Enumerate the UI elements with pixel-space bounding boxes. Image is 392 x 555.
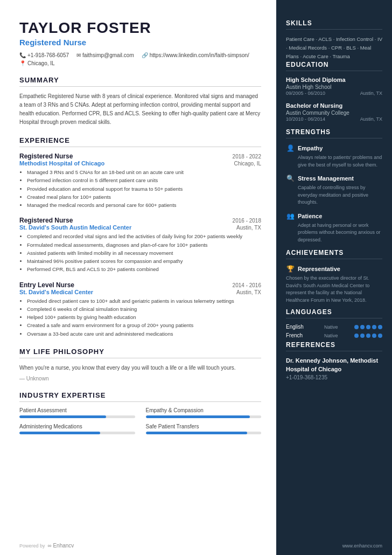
lang-dots-2 xyxy=(354,334,382,338)
bar-track-2 xyxy=(146,415,262,418)
bar-track-4 xyxy=(146,432,262,434)
bullet: Assisted patients with limited mobility … xyxy=(27,249,261,257)
bullet: Completed 6 weeks of clinical simulation… xyxy=(27,306,261,313)
experience-entry-1: Registered Nurse 2018 - 2022 Methodist H… xyxy=(19,152,261,209)
strength-desc-3: Adept at having personal or work problem… xyxy=(286,222,382,244)
expertise-label-1: Patient Assessment xyxy=(19,407,135,413)
achievements-title: ACHIEVEMENTS xyxy=(286,249,382,259)
ref-name-1: Dr. Kennedy Johnson, Methodist Hospital … xyxy=(286,357,382,373)
expertise-label-3: Administering Medications xyxy=(19,424,135,429)
exp-location-2: Austin, TX xyxy=(236,225,261,231)
achievement-desc-1: Chosen by the executive director of St. … xyxy=(286,275,382,304)
phone-icon: 📞 xyxy=(19,52,26,58)
dot xyxy=(372,325,376,329)
expertise-item-1: Patient Assessment xyxy=(19,407,135,418)
philosophy-title: MY LIFE PHILOSOPHY xyxy=(19,348,261,358)
bar-fill-2 xyxy=(146,415,250,418)
exp-role-3: Entry Level Nurse xyxy=(19,281,74,289)
contact-row: 📞 +1-918-768-6057 ✉ faithsimp@gmail.com … xyxy=(19,52,261,66)
strength-entry-2: 🔍 Stress Management Capable of controlli… xyxy=(286,174,382,206)
bullet: Performed infection control in 5 differe… xyxy=(27,177,261,184)
exp-role-2: Registered Nurse xyxy=(19,217,73,224)
philosophy-author: — Unknown xyxy=(19,376,261,381)
exp-role-1: Registered Nurse xyxy=(19,152,73,160)
bullet: Created meal plans for 100+ patients xyxy=(27,193,261,201)
philosophy-text: When you're a nurse, you know that every… xyxy=(19,364,261,372)
strength-name-3: Patience xyxy=(298,213,322,219)
resume-header: TAYLOR FOSTER Registered Nurse 📞 +1-918-… xyxy=(19,19,261,66)
footer-website: www.enhancv.com xyxy=(342,543,382,549)
summary-title: SUMMARY xyxy=(19,76,261,87)
experience-section: EXPERIENCE Registered Nurse 2018 - 2022 … xyxy=(19,136,261,338)
edu-degree-2: Bachelor of Nursing xyxy=(286,102,382,109)
expertise-item-3: Administering Medications xyxy=(19,424,135,434)
expertise-label-2: Empathy & Compassion xyxy=(146,407,262,413)
bar-track-1 xyxy=(19,415,135,418)
dot xyxy=(354,334,359,338)
dot xyxy=(372,334,376,338)
summary-section: SUMMARY Empathetic Registered Nurse with… xyxy=(19,76,261,127)
exp-company-2: St. David's South Austin Medical Center xyxy=(19,224,131,231)
edu-date-range-2: 10/2010 - 06/2014 xyxy=(286,116,325,122)
achievement-icon: 🏆 xyxy=(286,265,295,273)
experience-entry-3: Entry Level Nurse 2014 - 2016 St. David'… xyxy=(19,281,261,338)
exp-bullets-2: Completed and recorded vital signs and l… xyxy=(19,233,261,273)
edu-degree-1: High School Diploma xyxy=(286,77,382,83)
exp-location-3: Austin, TX xyxy=(236,289,261,295)
footer-left: Powered by ∞ Enhancv xyxy=(19,543,74,549)
bullet: Managed 3 RNs and 5 CNAs for an 18-bed u… xyxy=(27,169,261,176)
experience-entry-2: Registered Nurse 2016 - 2018 St. David's… xyxy=(19,217,261,273)
strength-desc-2: Capable of controlling stress by everyda… xyxy=(286,184,382,206)
exp-dates-3: 2014 - 2016 xyxy=(233,282,261,288)
philosophy-section: MY LIFE PHILOSOPHY When you're a nurse, … xyxy=(19,348,261,381)
expertise-item-4: Safe Patient Transfers xyxy=(146,424,262,434)
dot xyxy=(366,334,370,338)
exp-dates-1: 2018 - 2022 xyxy=(233,154,261,159)
strength-name-2: Stress Management xyxy=(298,175,354,182)
edu-location-1: Austin, TX xyxy=(360,91,382,96)
bullet: Managed the medical records and personal… xyxy=(27,202,261,209)
skills-text: Patient Care · ACLS · Infection Control … xyxy=(286,35,382,61)
dot xyxy=(354,325,359,329)
expertise-section: INDUSTRY EXPERTISE Patient Assessment Em… xyxy=(19,391,261,434)
dot xyxy=(378,334,382,338)
edu-location-2: Austin, TX xyxy=(360,116,382,122)
dot xyxy=(366,325,370,329)
lang-row-1: English Native xyxy=(286,324,382,330)
enhancv-logo: ∞ Enhancv xyxy=(48,543,74,549)
education-section: EDUCATION High School Diploma Austin Hig… xyxy=(286,61,382,122)
skills-title: SKILLS xyxy=(286,19,382,30)
edu-date-range-1: 09/2005 - 06/2010 xyxy=(286,91,325,96)
dot xyxy=(378,325,382,329)
email-icon: ✉ xyxy=(76,52,81,58)
languages-section: LANGUAGES English Native French Native xyxy=(286,308,382,338)
lang-dots-1 xyxy=(354,325,382,329)
contact-email: ✉ faithsimp@gmail.com xyxy=(76,52,134,58)
contact-location: 📍 Chicago, IL xyxy=(19,60,55,66)
strength-desc-1: Always relate to patients' problems and … xyxy=(286,154,382,169)
edu-school-2: Austin Community College xyxy=(286,110,382,116)
candidate-title: Registered Nurse xyxy=(19,38,261,47)
patience-icon: 👥 xyxy=(286,212,295,220)
lang-name-2: French xyxy=(286,332,316,338)
exp-company-3: St. David's Medical Center xyxy=(19,289,93,295)
bullet: Provided education and emotional support… xyxy=(27,185,261,193)
exp-company-1: Methodist Hospital of Chicago xyxy=(19,160,104,166)
lang-name-1: English xyxy=(286,324,316,330)
bar-fill-4 xyxy=(146,432,248,434)
exp-bullets-1: Managed 3 RNs and 5 CNAs for an 18-bed u… xyxy=(19,169,261,209)
dot xyxy=(360,334,365,338)
ref-phone-1: +1-019-368-1235 xyxy=(286,374,382,380)
bullet: Helped 100+ patients by giving health ed… xyxy=(27,314,261,321)
contact-phone: 📞 +1-918-768-6057 xyxy=(19,52,69,58)
references-section: REFERENCES Dr. Kennedy Johnson, Methodis… xyxy=(286,341,382,380)
footer: Powered by ∞ Enhancv www.enhancv.com xyxy=(19,543,382,549)
edu-dates-1: 09/2005 - 06/2010 Austin, TX xyxy=(286,91,382,96)
bar-track-3 xyxy=(19,432,135,434)
education-title: EDUCATION xyxy=(286,61,382,71)
exp-bullets-3: Provided direct patient care to 100+ adu… xyxy=(19,297,261,338)
exp-dates-2: 2016 - 2018 xyxy=(233,218,261,224)
location-icon: 📍 xyxy=(19,60,26,66)
link-icon: 🔗 xyxy=(142,52,148,58)
empathy-icon: 👤 xyxy=(286,144,295,152)
